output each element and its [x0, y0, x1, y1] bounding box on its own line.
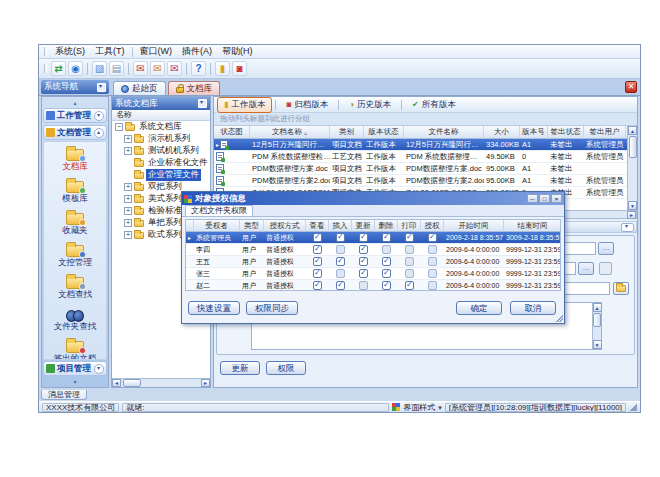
expand-icon[interactable] — [124, 183, 132, 191]
checkbox-unchecked-icon[interactable] — [382, 245, 391, 254]
column-header[interactable]: 受权者 — [194, 220, 240, 232]
expand-icon[interactable] — [124, 207, 132, 215]
column-header[interactable]: 文档名称 — [250, 126, 330, 139]
column-header[interactable]: 授权方式 — [264, 220, 306, 232]
sidebar-group-header[interactable]: 工作管理 — [43, 108, 107, 123]
checkbox-checked-icon[interactable] — [359, 257, 368, 266]
mail-delete-icon[interactable]: ✉ — [167, 61, 182, 76]
chevron-up-icon[interactable] — [94, 128, 104, 138]
checkbox-checked-icon[interactable] — [405, 233, 414, 242]
checkbox-checked-icon[interactable] — [336, 233, 345, 242]
scroll-right-icon[interactable] — [627, 211, 636, 219]
checkbox-checked-icon[interactable] — [428, 233, 437, 242]
column-header[interactable]: 签出用户 — [584, 126, 626, 139]
column-header[interactable]: 签出状态 — [548, 126, 584, 139]
textarea-vscrollbar[interactable] — [592, 303, 601, 349]
folder-open-button[interactable] — [613, 282, 629, 295]
checkbox-unchecked-icon[interactable] — [428, 269, 437, 278]
ok-button[interactable]: 确定 — [456, 301, 502, 315]
close-icon[interactable] — [551, 194, 562, 203]
column-header[interactable]: 开始时间 — [444, 220, 504, 232]
scroll-thumb[interactable] — [123, 379, 141, 387]
permission-row[interactable]: 赵二用户普通授权2009-6-4 0:00:009999-12-31 23:59… — [186, 280, 560, 291]
menu-item[interactable]: 系统(S) — [50, 45, 90, 58]
browse-button-2[interactable] — [578, 262, 594, 275]
checkbox-checked-icon[interactable] — [313, 233, 322, 242]
tab-version-2[interactable]: ◙归档版本 — [279, 97, 335, 113]
sidebar-item[interactable]: 文档查找 — [58, 273, 92, 305]
tab-message-manage[interactable]: 消息管理 — [41, 390, 87, 400]
expand-icon[interactable] — [124, 135, 132, 143]
scroll-up-icon[interactable] — [628, 126, 637, 135]
menu-item[interactable]: 窗口(W) — [135, 45, 178, 58]
dialog-title-bar[interactable]: 对象授权信息 — [182, 192, 564, 205]
sidebar-item[interactable]: 文控管理 — [58, 241, 92, 273]
scroll-thumb[interactable] — [593, 313, 601, 327]
checkbox-unchecked-icon[interactable] — [336, 269, 345, 278]
tab-folder-permissions[interactable]: 文档文件夹权限 — [185, 205, 253, 216]
tab-version-4[interactable]: ✔所有版本 — [405, 97, 463, 113]
column-header[interactable]: 查看 — [306, 220, 329, 232]
column-header[interactable]: 版本号 — [520, 126, 548, 139]
checkbox-checked-icon[interactable] — [382, 269, 391, 278]
checkbox-unchecked-icon[interactable] — [405, 269, 414, 278]
perm-sync-button[interactable]: 权限同步 — [246, 301, 298, 315]
column-header[interactable]: 更新 — [352, 220, 375, 232]
sidebar-group-header[interactable]: 项目管理 — [43, 361, 107, 376]
checkbox-unchecked-icon[interactable] — [428, 245, 437, 254]
expand-icon[interactable] — [124, 195, 132, 203]
maximize-icon[interactable] — [539, 194, 550, 203]
checkbox-checked-icon[interactable] — [405, 281, 414, 290]
permission-row[interactable]: 李四用户普通授权2009-6-4 0:00:009999-12-31 23:59… — [186, 244, 560, 256]
minimize-icon[interactable] — [527, 194, 538, 203]
scroll-down-icon[interactable] — [593, 340, 602, 349]
dialog-resize-grip[interactable] — [555, 314, 563, 322]
detail-collapse-button[interactable] — [621, 223, 634, 232]
column-header[interactable]: 版本状态 — [364, 126, 404, 139]
column-header[interactable]: 类型 — [240, 220, 264, 232]
detail-checkbox[interactable] — [599, 262, 612, 275]
table-row[interactable]: 12月5日万兴隆同行…项目文档工作版本12月5日万兴隆同行…334.00KBA1… — [214, 139, 637, 151]
expand-icon[interactable] — [124, 147, 132, 155]
tab-version-3[interactable]: ◑历史版本 — [342, 97, 398, 113]
menu-item[interactable]: 工具(T) — [90, 45, 130, 58]
sidebar-expand-strip[interactable] — [43, 377, 107, 386]
permission-row[interactable]: 系统管理员用户普通授权2009-2-18 8:35:573009-2-18 8:… — [186, 232, 560, 244]
tree-node[interactable]: 演示机系列 — [112, 133, 210, 145]
tree-node[interactable]: 测试机机系列 — [112, 145, 210, 157]
checkbox-unchecked-icon[interactable] — [405, 245, 414, 254]
menubar-grip[interactable] — [44, 47, 47, 56]
resize-grip[interactable] — [630, 404, 637, 411]
tab-document-library[interactable]: 文档库 — [168, 81, 221, 95]
scroll-right-icon[interactable] — [201, 379, 210, 387]
column-header[interactable]: 打印 — [398, 220, 421, 232]
checkbox-unchecked-icon[interactable] — [428, 281, 437, 290]
grid-vscrollbar[interactable] — [627, 126, 637, 210]
group-by-bar[interactable]: 拖动列头标题到此进行分组 — [214, 113, 637, 126]
sidebar-item[interactable]: 文档库 — [62, 145, 88, 177]
globe-icon[interactable]: ◉ — [68, 61, 83, 76]
sidebar-collapse-strip[interactable] — [43, 98, 107, 107]
lock-icon[interactable]: ▮ — [215, 61, 230, 76]
column-header[interactable]: 文件名称 — [404, 126, 484, 139]
permission-row[interactable]: 张三用户普通授权2009-6-4 0:00:009999-12-31 23:59… — [186, 268, 560, 280]
scroll-up-icon[interactable] — [593, 303, 602, 312]
checkbox-checked-icon[interactable] — [382, 257, 391, 266]
collapse-icon[interactable] — [115, 123, 123, 131]
checkbox-checked-icon[interactable] — [336, 257, 345, 266]
folder-icon[interactable]: ▨ — [92, 61, 107, 76]
checkbox-unchecked-icon[interactable] — [359, 281, 368, 290]
checkbox-checked-icon[interactable] — [313, 245, 322, 254]
column-header[interactable]: 状态图 — [214, 126, 250, 139]
checkbox-checked-icon[interactable] — [359, 269, 368, 278]
checkbox-checked-icon[interactable] — [336, 281, 345, 290]
style-label[interactable]: 界面样式 — [403, 402, 435, 413]
update-button[interactable]: 更新 — [220, 361, 260, 375]
checkbox-unchecked-icon[interactable] — [405, 257, 414, 266]
table-row[interactable]: PDM 系统数据整理检…工艺文档工作版本PDM 系统数据整理…49.50KB0未… — [214, 151, 637, 163]
cancel-button[interactable]: 取消 — [510, 301, 556, 315]
checkbox-checked-icon[interactable] — [382, 233, 391, 242]
chevron-down-icon[interactable] — [94, 111, 104, 121]
checkbox-checked-icon[interactable] — [313, 269, 322, 278]
scroll-left-icon[interactable] — [112, 379, 121, 387]
